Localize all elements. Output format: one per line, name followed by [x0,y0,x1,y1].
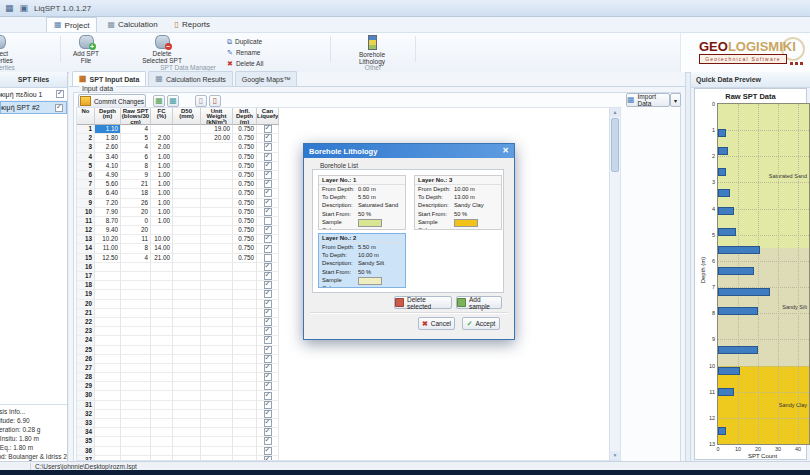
cell-depth[interactable] [95,272,121,281]
can-liquefy-checkbox[interactable] [264,392,272,400]
cell-depth[interactable]: 7.20 [95,199,121,208]
can-liquefy-checkbox[interactable] [264,143,272,151]
cell-fc[interactable] [151,355,173,364]
cell-can-liquefy[interactable] [257,125,279,134]
cell-raw[interactable]: 4 [121,143,151,152]
layer-card[interactable]: Layer No.: 1From Depth:0.00 mTo Depth:5.… [318,175,406,230]
cell-unit[interactable] [201,254,233,263]
can-liquefy-checkbox[interactable] [264,346,272,354]
cell-unit[interactable] [201,143,233,152]
can-liquefy-checkbox[interactable] [264,447,272,455]
cell-infl[interactable]: 0.750 [233,217,257,226]
cell-can-liquefy[interactable] [257,309,279,318]
cell-infl[interactable] [233,290,257,299]
cell-unit[interactable] [201,199,233,208]
cell-depth[interactable] [95,346,121,355]
cell-depth[interactable] [95,382,121,391]
cell-d50[interactable] [173,189,201,198]
can-liquefy-checkbox[interactable] [264,355,272,363]
cell-can-liquefy[interactable] [257,208,279,217]
cell-d50[interactable] [173,171,201,180]
cell-fc[interactable] [151,300,173,309]
cell-unit[interactable]: 19.00 [201,125,233,134]
cell-raw[interactable] [121,410,151,419]
tab-spt-input-data[interactable]: ▦ SPT Input Data [72,71,146,86]
cell-infl[interactable]: 0.750 [233,189,257,198]
cell-depth[interactable] [95,410,121,419]
ribbon-tab-project[interactable]: ▦ Project [46,17,97,32]
cell-infl[interactable] [233,382,257,391]
can-liquefy-checkbox[interactable] [264,318,272,326]
cell-depth[interactable] [95,447,121,456]
cell-fc[interactable]: 1.00 [151,180,173,189]
cell-d50[interactable] [173,217,201,226]
cell-fc[interactable]: 2.00 [151,143,173,152]
cell-fc[interactable] [151,428,173,437]
cell-no[interactable]: 20 [77,300,95,309]
cell-fc[interactable] [151,410,173,419]
layer-card[interactable]: Layer No.: 3From Depth:10.00 mTo Depth:1… [414,175,502,230]
cell-fc[interactable] [151,272,173,281]
cell-can-liquefy[interactable] [257,364,279,373]
cell-d50[interactable] [173,143,201,152]
can-liquefy-checkbox[interactable] [264,180,272,188]
cell-depth[interactable]: 10.20 [95,235,121,244]
cell-raw[interactable]: 21 [121,180,151,189]
can-liquefy-checkbox[interactable] [264,336,272,344]
column-header[interactable]: D50 (mm) [173,108,201,125]
scroll-down-icon[interactable]: ▼ [610,451,620,460]
cell-infl[interactable] [233,281,257,290]
cell-no[interactable]: 36 [77,447,95,456]
cell-no[interactable]: 3 [77,143,95,152]
cell-raw[interactable]: 0 [121,217,151,226]
cell-depth[interactable] [95,336,121,345]
delete-selected-button[interactable]: Delete selected [394,296,452,309]
cell-can-liquefy[interactable] [257,254,279,263]
close-icon[interactable]: ✕ [502,147,509,155]
dialog-title-bar[interactable]: Borehole Lithology ✕ [304,144,514,158]
cell-infl[interactable]: 0.750 [233,199,257,208]
cell-d50[interactable] [173,281,201,290]
cell-can-liquefy[interactable] [257,143,279,152]
cell-can-liquefy[interactable] [257,244,279,253]
tab-google-maps[interactable]: Google Maps™ [235,71,298,86]
can-liquefy-checkbox[interactable] [264,309,272,317]
cell-no[interactable]: 19 [77,290,95,299]
cell-unit[interactable]: 20.00 [201,134,233,143]
cell-unit[interactable] [201,290,233,299]
cell-depth[interactable] [95,318,121,327]
tab-calculation-results[interactable]: ▦ Calculation Results [148,71,232,86]
cell-d50[interactable] [173,162,201,171]
cell-no[interactable]: 26 [77,355,95,364]
cell-raw[interactable]: 20 [121,208,151,217]
cell-fc[interactable] [151,281,173,290]
cell-raw[interactable]: 9 [121,171,151,180]
cell-depth[interactable]: 8.70 [95,217,121,226]
cell-can-liquefy[interactable] [257,290,279,299]
cell-raw[interactable]: 18 [121,189,151,198]
cell-raw[interactable] [121,382,151,391]
cell-fc[interactable] [151,437,173,446]
cell-raw[interactable] [121,391,151,400]
cell-unit[interactable] [201,153,233,162]
cell-fc[interactable] [151,125,173,134]
cell-can-liquefy[interactable] [257,217,279,226]
cell-fc[interactable] [151,318,173,327]
cell-infl[interactable] [233,263,257,272]
cell-depth[interactable] [95,391,121,400]
cell-can-liquefy[interactable] [257,162,279,171]
cell-raw[interactable] [121,373,151,382]
cell-d50[interactable] [173,382,201,391]
cell-no[interactable]: 27 [77,364,95,373]
can-liquefy-checkbox[interactable] [264,226,272,234]
cell-raw[interactable]: 6 [121,153,151,162]
import-data-dropdown[interactable]: ▾ [670,93,681,107]
cell-depth[interactable]: 6.40 [95,189,121,198]
borehole-lithology-button[interactable]: Borehole Lithology [348,35,396,66]
cell-infl[interactable] [233,336,257,345]
cell-can-liquefy[interactable] [257,382,279,391]
cell-no[interactable]: 9 [77,199,95,208]
cell-depth[interactable] [95,419,121,428]
cell-can-liquefy[interactable] [257,346,279,355]
cell-fc[interactable] [151,373,173,382]
